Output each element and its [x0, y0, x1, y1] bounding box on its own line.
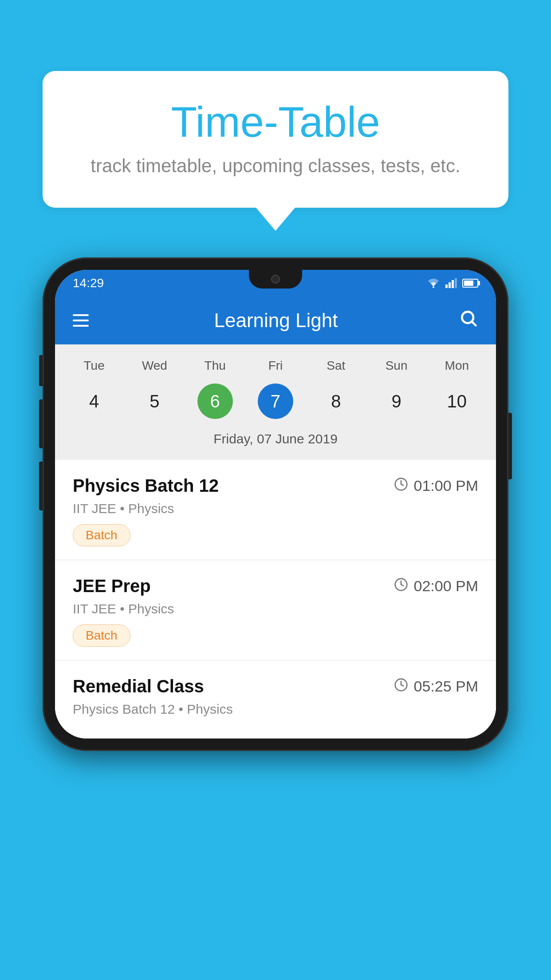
battery-fill — [464, 281, 473, 286]
signal-icon — [445, 278, 457, 288]
schedule-item-1[interactable]: JEE Prep 02:00 PM IIT JEE • Physics — [55, 560, 496, 660]
app-bar: Learning Light — [55, 296, 496, 344]
side-button-left-bot — [39, 462, 43, 510]
svg-rect-3 — [452, 280, 454, 288]
search-icon[interactable] — [459, 308, 478, 332]
clock-icon-1 — [394, 577, 408, 595]
schedule-item-header-1: JEE Prep 02:00 PM — [73, 576, 478, 596]
side-button-left-top — [39, 355, 43, 386]
batch-badge-1: Batch — [73, 624, 130, 647]
schedule-item-header-0: Physics Batch 12 01:00 PM — [73, 476, 478, 496]
day-label-1: Wed — [124, 355, 185, 376]
date-8[interactable]: 8 — [306, 383, 366, 419]
schedule-item-2[interactable]: Remedial Class 05:25 PM Physics Batch — [55, 660, 496, 739]
day-label-4: Sat — [306, 355, 366, 376]
svg-rect-2 — [449, 282, 451, 288]
clock-icon-2 — [394, 678, 408, 695]
tooltip-title: Time-Table — [78, 98, 473, 146]
side-button-left-mid — [39, 399, 43, 448]
date-7-selected[interactable]: 7 — [258, 383, 293, 419]
day-label-3: Fri — [245, 355, 306, 376]
calendar-section: Tue Wed Thu Fri Sat Sun Mon 4 5 6 7 8 9 … — [55, 344, 496, 460]
phone-frame: 14:29 — [43, 257, 508, 751]
menu-icon[interactable] — [73, 314, 89, 327]
schedule-item-0[interactable]: Physics Batch 12 01:00 PM IIT JEE • P — [55, 460, 496, 560]
schedule-time-text-2: 05:25 PM — [413, 678, 478, 695]
schedule-title-2: Remedial Class — [73, 676, 204, 696]
tooltip-subtitle: track timetable, upcoming classes, tests… — [78, 155, 473, 177]
day-label-2: Thu — [185, 355, 245, 376]
schedule-title-1: JEE Prep — [73, 576, 151, 596]
day-label-0: Tue — [64, 355, 124, 376]
tooltip-arrow — [256, 208, 295, 231]
selected-date-label: Friday, 07 June 2019 — [64, 426, 487, 455]
status-icons — [427, 278, 478, 288]
day-label-6: Mon — [427, 355, 487, 376]
date-9[interactable]: 9 — [366, 383, 426, 419]
schedule-time-0: 01:00 PM — [394, 477, 478, 495]
battery-icon — [462, 279, 478, 288]
clock-icon-0 — [394, 477, 408, 495]
schedule-time-1: 02:00 PM — [394, 577, 478, 595]
schedule-time-2: 05:25 PM — [394, 678, 478, 695]
date-5[interactable]: 5 — [124, 383, 185, 419]
tooltip-card: Time-Table track timetable, upcoming cla… — [43, 71, 508, 208]
schedule-time-text-0: 01:00 PM — [413, 477, 478, 494]
svg-rect-1 — [445, 285, 448, 288]
date-6-today[interactable]: 6 — [197, 383, 233, 419]
calendar-dates: 4 5 6 7 8 9 10 — [64, 383, 487, 419]
date-4[interactable]: 4 — [64, 383, 124, 419]
wifi-icon — [427, 278, 440, 288]
schedule-meta-0: IIT JEE • Physics — [73, 501, 478, 516]
app-title: Learning Light — [106, 309, 445, 332]
phone-wrapper: 14:29 — [43, 257, 508, 751]
schedule-title-0: Physics Batch 12 — [73, 476, 219, 496]
svg-rect-4 — [455, 278, 457, 288]
notch — [249, 270, 302, 288]
calendar-days-header: Tue Wed Thu Fri Sat Sun Mon — [64, 355, 487, 376]
schedule-meta-1: IIT JEE • Physics — [73, 601, 478, 616]
phone-screen: 14:29 — [55, 270, 496, 739]
camera-dot — [271, 275, 280, 284]
tooltip-card-wrapper: Time-Table track timetable, upcoming cla… — [43, 71, 508, 231]
svg-line-6 — [472, 322, 476, 326]
schedule-list: Physics Batch 12 01:00 PM IIT JEE • P — [55, 460, 496, 739]
day-label-5: Sun — [366, 355, 426, 376]
svg-point-0 — [433, 286, 434, 288]
side-button-right — [508, 413, 512, 479]
batch-badge-0: Batch — [73, 524, 130, 546]
date-10[interactable]: 10 — [427, 383, 487, 419]
schedule-item-header-2: Remedial Class 05:25 PM — [73, 676, 478, 696]
schedule-time-text-1: 02:00 PM — [413, 577, 478, 595]
status-time: 14:29 — [73, 276, 104, 290]
schedule-meta-2: Physics Batch 12 • Physics — [73, 702, 478, 717]
